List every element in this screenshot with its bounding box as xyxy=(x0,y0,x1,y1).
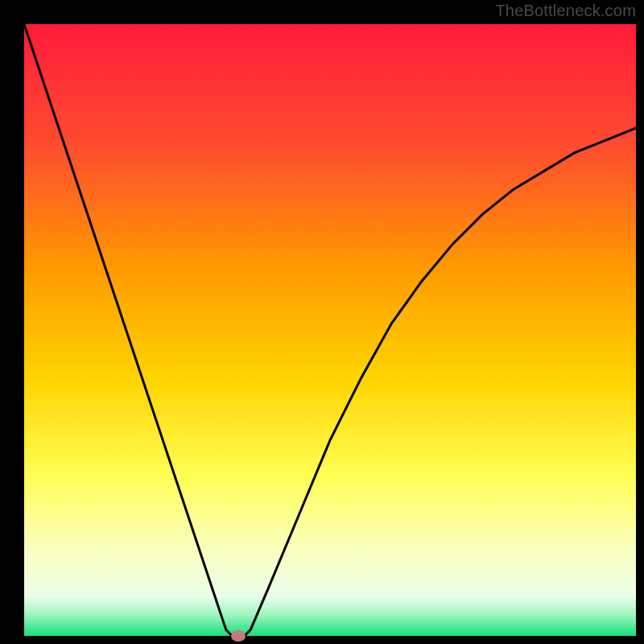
plot-background xyxy=(24,24,636,636)
minimum-marker xyxy=(231,630,246,642)
chart-frame: TheBottleneck.com xyxy=(0,0,644,644)
bottleneck-chart xyxy=(0,0,644,644)
